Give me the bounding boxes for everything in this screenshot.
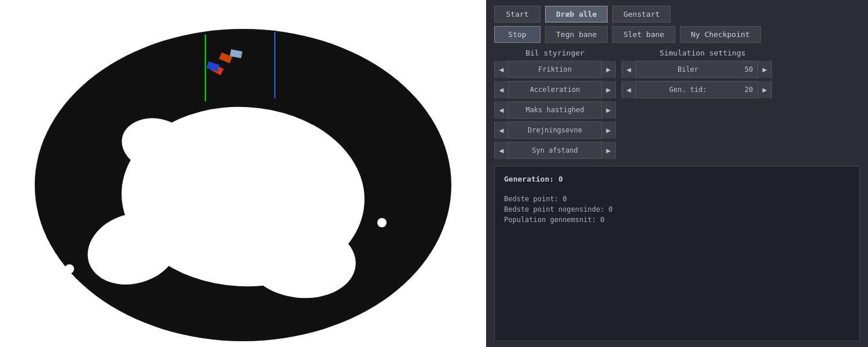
gen-tid-value: 20	[740, 86, 757, 94]
drejningsevne-label: Drejningsevne	[509, 126, 601, 134]
start-button[interactable]: Start	[494, 6, 540, 23]
stats-box: Generation: 0 Bedste point: 0 Bedste poi…	[494, 166, 860, 341]
gen-tid-inc-btn[interactable]: ►	[757, 81, 771, 98]
bil-styringer-col: ◄ Friktion ► ◄ Acceleration ► ◄ Maks has…	[494, 61, 616, 159]
maks-hastighed-dec-btn[interactable]: ◄	[495, 101, 509, 119]
acceleration-label: Acceleration	[509, 86, 601, 94]
avg-stat: Population gennemsnit: 0	[504, 216, 850, 224]
maks-hastighed-spinner: ◄ Maks hastighed ►	[494, 101, 616, 119]
best-points-stat: Bedste point: 0	[504, 195, 850, 203]
friktion-spinner: ◄ Friktion ►	[494, 61, 616, 78]
syn-afstand-inc-btn[interactable]: ►	[601, 142, 615, 159]
draw-track-button[interactable]: Tegn bane	[545, 26, 608, 43]
delete-track-button[interactable]: Slet bane	[612, 26, 675, 43]
sim-canvas[interactable]	[0, 0, 486, 347]
section-headers: Bil styringer Simulation settings	[494, 49, 860, 57]
gen-tid-dec-btn[interactable]: ◄	[622, 81, 636, 98]
acceleration-inc-btn[interactable]: ►	[601, 81, 615, 98]
syn-afstand-spinner: ◄ Syn afstand ►	[494, 142, 616, 159]
stop-button[interactable]: Stop	[494, 26, 540, 43]
biler-spinner: ◄ Biler 50 ►	[621, 61, 772, 78]
biler-value: 50	[740, 65, 757, 73]
gen-tid-spinner: ◄ Gen. tid: 20 ►	[621, 81, 772, 98]
bil-styringer-title: Bil styringer	[494, 49, 616, 57]
generation-stat: Generation: 0	[504, 175, 850, 183]
best-ever-stat: Bedste point nogensinde: 0	[504, 205, 850, 213]
acceleration-spinner: ◄ Acceleration ►	[494, 81, 616, 98]
checkpoint-button[interactable]: Ny Checkpoint	[680, 26, 761, 43]
control-panel: Start Dræb alle Genstart Stop Tegn bane …	[486, 0, 868, 347]
restart-button[interactable]: Genstart	[612, 6, 671, 23]
drejningsevne-dec-btn[interactable]: ◄	[495, 121, 509, 139]
syn-afstand-dec-btn[interactable]: ◄	[495, 142, 509, 159]
biler-label: Biler	[636, 65, 740, 73]
simulation-settings-col: ◄ Biler 50 ► ◄ Gen. tid: 20 ►	[621, 61, 772, 159]
syn-afstand-label: Syn afstand	[509, 146, 601, 154]
biler-dec-btn[interactable]: ◄	[622, 61, 636, 78]
settings-columns: ◄ Friktion ► ◄ Acceleration ► ◄ Maks has…	[494, 61, 860, 159]
acceleration-dec-btn[interactable]: ◄	[495, 81, 509, 98]
maks-hastighed-inc-btn[interactable]: ►	[601, 101, 615, 119]
friktion-dec-btn[interactable]: ◄	[495, 61, 509, 78]
simulation-canvas-area	[0, 0, 486, 347]
top-button-row: Start Dræb alle Genstart	[494, 6, 860, 23]
second-button-row: Stop Tegn bane Slet bane Ny Checkpoint	[494, 26, 860, 43]
gen-tid-label: Gen. tid:	[636, 86, 740, 94]
maks-hastighed-label: Maks hastighed	[509, 106, 601, 114]
kill-all-button[interactable]: Dræb alle	[545, 6, 608, 23]
drejningsevne-spinner: ◄ Drejningsevne ►	[494, 121, 616, 139]
friktion-label: Friktion	[509, 65, 601, 73]
friktion-inc-btn[interactable]: ►	[601, 61, 615, 78]
biler-inc-btn[interactable]: ►	[757, 61, 771, 78]
drejningsevne-inc-btn[interactable]: ►	[601, 121, 615, 139]
simulation-settings-title: Simulation settings	[621, 49, 784, 57]
